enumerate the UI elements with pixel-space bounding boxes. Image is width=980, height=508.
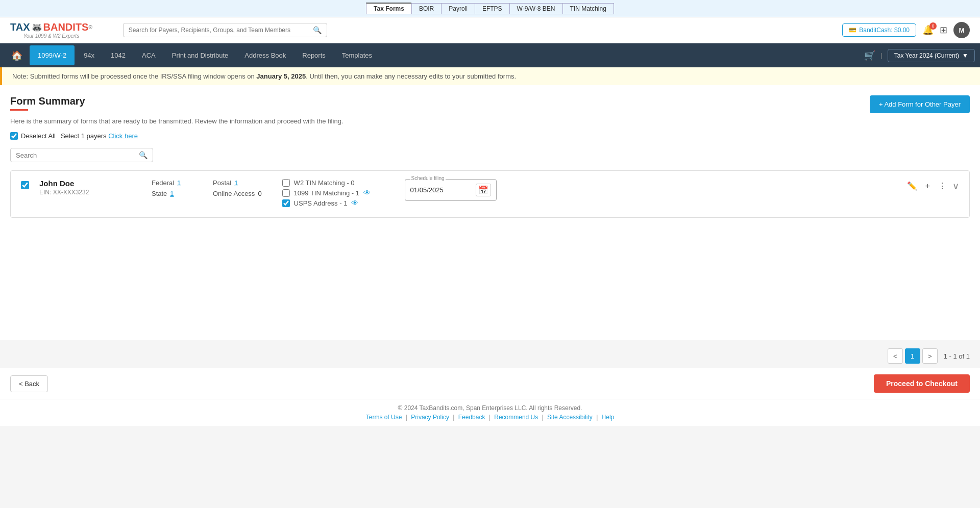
top-bar: Tax Forms BOIR Payroll EFTPS W-9/W-8 BEN… — [0, 0, 980, 17]
more-options-icon[interactable]: ⋮ — [936, 179, 948, 193]
notice-date: January 5, 2025 — [256, 72, 306, 80]
filing-cols: Federal 1 State 1 Postal 1 Online Access… — [152, 179, 895, 209]
row-checkbox[interactable] — [21, 181, 29, 189]
page-subtitle: Here is the summary of forms that are re… — [10, 117, 970, 125]
w2-tin-row: W2 TIN Matching - 0 — [282, 179, 384, 187]
title-underline — [10, 109, 28, 111]
row-actions: ✏️ + ⋮ ∨ — [905, 179, 959, 193]
deselect-all-label[interactable]: Deselect All — [10, 132, 56, 140]
nav-item-reports[interactable]: Reports — [294, 45, 334, 65]
nav-item-templates[interactable]: Templates — [334, 45, 380, 65]
nav-right: 🛒 | Tax Year 2024 (Current) ▼ — [864, 49, 975, 62]
w2-tin-label: W2 TIN Matching - 0 — [294, 179, 355, 187]
topbar-tin-matching[interactable]: TIN Matching — [562, 3, 614, 14]
footer-help-link[interactable]: Help — [602, 414, 615, 421]
bandit-cash-button[interactable]: 💳 BanditCash: $0.00 — [842, 23, 916, 37]
footer-accessibility-link[interactable]: Site Accessibility — [547, 414, 593, 421]
header-actions: 💳 BanditCash: $0.00 🔔 0 ⊞ M — [842, 22, 970, 38]
logo-icon: 🦝 — [31, 22, 42, 33]
toolbar: Deselect All Select 1 payers Click here — [10, 132, 970, 140]
header-search-box[interactable]: 🔍 — [123, 23, 327, 37]
tin1099-checkbox[interactable] — [282, 189, 290, 197]
online-access-label: Online Access — [213, 190, 255, 197]
footer-terms-link[interactable]: Terms of Use — [366, 414, 402, 421]
notice-text2: . Until then, you can make any necessary… — [306, 72, 516, 80]
federal-label: Federal — [152, 179, 174, 187]
nav-item-1042[interactable]: 1042 — [103, 45, 134, 65]
nav-item-print-distribute[interactable]: Print and Distribute — [164, 45, 237, 65]
footer-recommend-link[interactable]: Recommend Us — [494, 414, 538, 421]
footer-privacy-link[interactable]: Privacy Policy — [411, 414, 449, 421]
tin1099-label: 1099 TIN Matching - 1 — [294, 189, 359, 197]
pagination: < 1 > 1 - 1 of 1 — [0, 340, 980, 368]
payer-info: John Doe EIN: XX-XXX3232 — [39, 179, 141, 196]
current-page-button[interactable]: 1 — [905, 348, 920, 364]
payer-name: John Doe — [39, 179, 141, 188]
footer: © 2024 TaxBandits.com, Span Enterprises … — [0, 399, 980, 426]
usps-eye-icon[interactable]: 👁 — [351, 199, 358, 207]
page-header: Form Summary + Add Form for Other Payer — [10, 95, 970, 113]
calendar-icon[interactable]: 📅 — [476, 184, 491, 196]
topbar-boir[interactable]: BOIR — [411, 3, 441, 14]
main-nav: 🏠 1099/W-2 94x 1042 ACA Print and Distri… — [0, 43, 980, 67]
topbar-eftps[interactable]: EFTPS — [475, 3, 509, 14]
schedule-label: Schedule filing — [410, 175, 446, 181]
nav-item-aca[interactable]: ACA — [134, 45, 164, 65]
topbar-payroll[interactable]: Payroll — [441, 3, 475, 14]
nav-item-1099w2[interactable]: 1099/W-2 — [30, 45, 75, 65]
chevron-down-icon: ▼ — [962, 52, 968, 59]
deselect-all-checkbox[interactable] — [10, 132, 18, 140]
eye-icon[interactable]: 👁 — [363, 189, 371, 197]
edit-icon[interactable]: ✏️ — [905, 179, 919, 193]
add-icon[interactable]: + — [923, 180, 932, 193]
bandit-cash-label: BanditCash: $0.00 — [859, 27, 910, 34]
online-access-value[interactable]: 0 — [258, 190, 261, 197]
bottom-bar: < Back Proceed to Checkout — [0, 368, 980, 399]
footer-feedback-link[interactable]: Feedback — [458, 414, 485, 421]
search-icon: 🔍 — [139, 151, 148, 159]
click-here-link[interactable]: Click here — [108, 132, 138, 140]
postal-col: Postal 1 Online Access 0 — [213, 179, 262, 197]
schedule-col: Schedule filing 01/05/2025 📅 — [405, 179, 497, 201]
notice-bar: Note: Submitted forms will be processed … — [0, 67, 980, 85]
nav-item-94x[interactable]: 94x — [76, 45, 103, 65]
notice-text: Note: Submitted forms will be processed … — [12, 72, 256, 80]
next-page-button[interactable]: > — [922, 348, 938, 364]
usps-row: USPS Address - 1 👁 — [282, 199, 384, 207]
logo-subtitle: Your 1099 & W2 Experts — [10, 33, 92, 39]
back-button[interactable]: < Back — [10, 375, 48, 392]
logo: TAX 🦝 BANDITS ® — [10, 21, 92, 33]
page-info: 1 - 1 of 1 — [944, 352, 970, 360]
search-input[interactable] — [16, 151, 139, 159]
notification-bell[interactable]: 🔔 0 — [922, 24, 934, 36]
cart-icon[interactable]: 🛒 — [864, 50, 875, 61]
matching-col: W2 TIN Matching - 0 1099 TIN Matching - … — [282, 179, 384, 209]
avatar[interactable]: M — [953, 22, 970, 38]
state-value[interactable]: 1 — [170, 190, 174, 197]
nav-item-address-book[interactable]: Address Book — [236, 45, 294, 65]
header-search-input[interactable] — [129, 27, 313, 34]
usps-checkbox[interactable] — [282, 199, 290, 207]
search-icon: 🔍 — [313, 26, 322, 34]
select-info-text: Select 1 payers Click here — [61, 132, 138, 140]
postal-value[interactable]: 1 — [234, 179, 238, 187]
federal-col: Federal 1 State 1 — [152, 179, 192, 197]
w2-tin-checkbox[interactable] — [282, 179, 290, 187]
tax-year-button[interactable]: Tax Year 2024 (Current) ▼ — [888, 49, 975, 62]
topbar-w9w8ben[interactable]: W-9/W-8 BEN — [509, 3, 562, 14]
grid-icon[interactable]: ⊞ — [940, 24, 947, 36]
tax-year-label: Tax Year 2024 (Current) — [894, 52, 959, 59]
page-title: Form Summary — [10, 95, 85, 107]
federal-value[interactable]: 1 — [177, 179, 181, 187]
search-box[interactable]: 🔍 — [10, 148, 153, 162]
expand-icon[interactable]: ∨ — [952, 181, 959, 192]
topbar-tax-forms[interactable]: Tax Forms — [366, 3, 411, 14]
add-form-button[interactable]: + Add Form for Other Payer — [870, 95, 970, 113]
notification-badge: 0 — [929, 22, 937, 30]
payer-ein: EIN: XX-XXX3232 — [39, 189, 141, 196]
tin1099-row: 1099 TIN Matching - 1 👁 — [282, 189, 384, 197]
main-content: Form Summary + Add Form for Other Payer … — [0, 85, 980, 340]
proceed-checkout-button[interactable]: Proceed to Checkout — [874, 374, 970, 393]
home-icon[interactable]: 🏠 — [5, 45, 29, 66]
prev-page-button[interactable]: < — [888, 348, 903, 364]
